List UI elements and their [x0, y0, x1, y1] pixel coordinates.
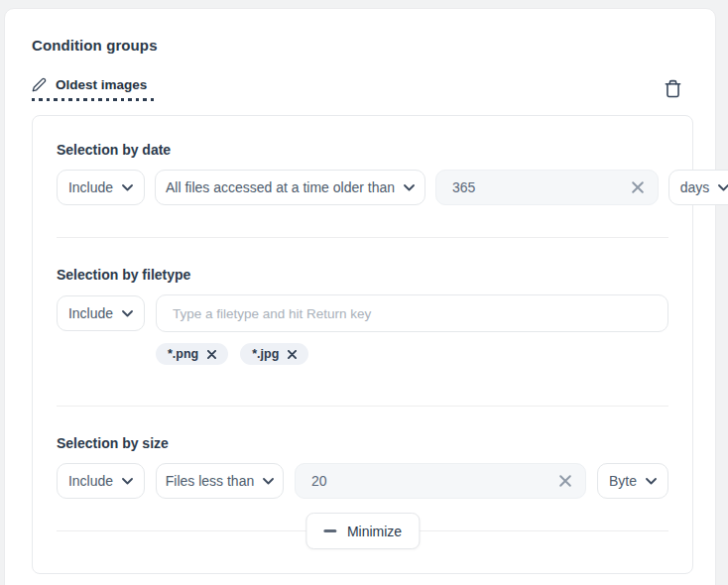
minimize-row: Minimize	[57, 513, 668, 549]
date-condition-row: Include All files accessed at a time old…	[57, 170, 668, 205]
minimize-button[interactable]: Minimize	[305, 513, 420, 549]
chevron-down-icon	[263, 478, 274, 485]
date-include-select[interactable]: Include	[57, 170, 145, 205]
divider	[57, 406, 668, 407]
edit-pencil-icon[interactable]	[32, 77, 47, 92]
size-amount-field	[295, 463, 586, 499]
size-unit-select[interactable]: Byte	[597, 463, 668, 499]
filetype-field	[156, 294, 668, 332]
remove-chip-icon[interactable]	[288, 350, 297, 359]
chip-label: *.png	[168, 347, 198, 361]
filetype-chips: *.png *.jpg	[156, 343, 668, 365]
filetype-include-value: Include	[68, 305, 113, 321]
group-name[interactable]: Oldest images	[32, 76, 147, 101]
size-condition-select[interactable]: Files less than	[156, 463, 284, 499]
date-unit-select[interactable]: days	[668, 170, 728, 205]
group-header: Oldest images	[32, 76, 693, 101]
filetype-include-select[interactable]: Include	[57, 295, 145, 331]
clear-size-amount-icon[interactable]	[559, 475, 571, 487]
section-label-date: Selection by date	[57, 142, 668, 159]
chip-label: *.jpg	[252, 347, 279, 361]
filetype-input[interactable]	[173, 306, 652, 321]
section-label-size: Selection by size	[57, 435, 668, 452]
date-unit-value: days	[680, 179, 710, 195]
filetype-condition-row: Include	[57, 294, 668, 332]
minus-icon	[323, 529, 336, 532]
date-condition-select[interactable]: All files accessed at a time older than	[155, 170, 425, 205]
size-condition-value: Files less than	[166, 473, 254, 489]
minimize-label: Minimize	[347, 524, 402, 539]
size-include-value: Include	[68, 473, 113, 489]
filetype-chip-jpg: *.jpg	[240, 343, 308, 365]
condition-groups-card: Condition groups Oldest images Selection…	[4, 8, 716, 585]
chevron-down-icon	[122, 310, 133, 317]
date-amount-field	[435, 170, 659, 205]
page-title: Condition groups	[32, 37, 693, 55]
chevron-down-icon	[122, 184, 133, 191]
date-amount-input[interactable]	[452, 179, 632, 195]
trash-icon	[664, 79, 682, 98]
date-include-value: Include	[68, 179, 113, 195]
page: Condition groups Oldest images Selection…	[0, 0, 728, 585]
date-condition-value: All files accessed at a time older than	[166, 179, 395, 195]
chevron-down-icon	[718, 184, 728, 191]
size-amount-input[interactable]	[311, 473, 559, 489]
size-include-select[interactable]: Include	[57, 463, 145, 499]
divider	[57, 237, 668, 238]
delete-group-button[interactable]	[661, 76, 684, 100]
clear-date-amount-icon[interactable]	[632, 181, 644, 193]
filetype-chip-png: *.png	[156, 343, 228, 365]
size-condition-row: Include Files less than	[57, 463, 668, 499]
remove-chip-icon[interactable]	[207, 350, 216, 359]
chevron-down-icon	[122, 478, 133, 485]
condition-group-body: Selection by date Include All files acce…	[32, 115, 693, 574]
chevron-down-icon	[404, 184, 415, 191]
group-name-label: Oldest images	[56, 76, 147, 93]
chevron-down-icon	[646, 478, 657, 485]
section-label-filetype: Selection by filetype	[57, 267, 668, 284]
size-unit-value: Byte	[609, 473, 637, 489]
